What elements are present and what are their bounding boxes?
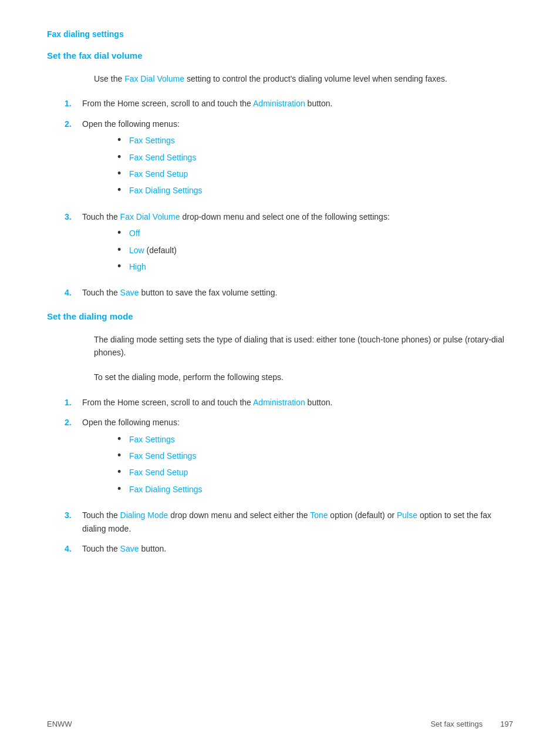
footer-right: Set fax settings 197: [430, 720, 513, 728]
step3-item: 3. Touch the Fax Dial Volume drop-down m…: [65, 210, 513, 280]
bullet-dot: •: [117, 433, 129, 446]
step1-text: From the Home screen, scroll to and touc…: [82, 97, 332, 110]
fax-dial-volume-link-2[interactable]: Fax Dial Volume: [120, 212, 180, 221]
administration-link-2[interactable]: Administration: [253, 398, 305, 407]
bullet-low: • Low (default): [117, 244, 390, 257]
bullet-fax-settings-1: • Fax Settings: [117, 134, 203, 147]
fax-settings-link-1[interactable]: Fax Settings: [129, 134, 175, 147]
bullet-dot: •: [117, 167, 129, 180]
bullet-high: • High: [117, 260, 390, 273]
footer-page-number: 197: [500, 720, 513, 728]
bullet-fax-send-settings-1: • Fax Send Settings: [117, 151, 203, 164]
s2-step1-num: 1.: [65, 396, 82, 409]
footer-label: Set fax settings: [430, 720, 483, 728]
s2-step4-item: 4. Touch the Save button.: [65, 542, 513, 555]
bullet-off: • Off: [117, 227, 390, 240]
tone-link[interactable]: Tone: [310, 510, 328, 520]
fax-dialing-settings-link-2[interactable]: Fax Dialing Settings: [129, 483, 203, 496]
step1-item: 1. From the Home screen, scroll to and t…: [65, 97, 513, 110]
bullet-dot: •: [117, 151, 129, 164]
off-link: Off: [129, 227, 140, 240]
bullet-fax-dialing-settings-1: • Fax Dialing Settings: [117, 184, 203, 197]
section-heading: Fax dialing settings: [47, 29, 513, 39]
bullet-dot: •: [117, 260, 129, 273]
fax-dial-volume-link[interactable]: Fax Dial Volume: [124, 74, 184, 83]
s2-bullet-fax-settings: • Fax Settings: [117, 433, 203, 446]
bullet-dot: •: [117, 466, 129, 479]
step4-text: Touch the Save button to save the fax vo…: [82, 286, 277, 299]
step3-num: 3.: [65, 210, 82, 223]
step2-text: Open the following menus: • Fax Settings…: [82, 117, 203, 203]
fax-send-setup-link-1[interactable]: Fax Send Setup: [129, 167, 188, 180]
bullet-dot: •: [117, 184, 129, 197]
s2-step4-text: Touch the Save button.: [82, 542, 166, 555]
step2-num: 2.: [65, 117, 82, 130]
fax-dial-volume-intro: Use the Fax Dial Volume setting to contr…: [94, 72, 513, 85]
step4-item: 4. Touch the Save button to save the fax…: [65, 286, 513, 299]
high-link: High: [129, 260, 146, 273]
bullet-fax-send-setup-1: • Fax Send Setup: [117, 167, 203, 180]
dialing-mode-intro1: The dialing mode setting sets the type o…: [94, 333, 513, 359]
bullet-dot: •: [117, 244, 129, 257]
fax-settings-link-2[interactable]: Fax Settings: [129, 433, 175, 446]
s2-step1-item: 1. From the Home screen, scroll to and t…: [65, 396, 513, 409]
pulse-link[interactable]: Pulse: [397, 510, 417, 520]
footer-left: ENWW: [47, 720, 72, 728]
step1-num: 1.: [65, 97, 82, 110]
bullet-dot: •: [117, 134, 129, 147]
fax-dial-volume-heading: Set the fax dial volume: [47, 51, 513, 61]
fax-send-settings-link-2[interactable]: Fax Send Settings: [129, 449, 196, 462]
bullet-dot: •: [117, 483, 129, 496]
fax-dialing-settings-link-1[interactable]: Fax Dialing Settings: [129, 184, 203, 197]
dialing-mode-heading: Set the dialing mode: [47, 311, 513, 321]
s2-step3-num: 3.: [65, 509, 82, 522]
intro-prefix: Use the: [94, 74, 124, 83]
s2-step3-item: 3. Touch the Dialing Mode drop down menu…: [65, 509, 513, 535]
dialing-mode-intro2: To set the dialing mode, perform the fol…: [94, 371, 513, 384]
s2-step2-num: 2.: [65, 416, 82, 429]
fax-send-settings-link-1[interactable]: Fax Send Settings: [129, 151, 196, 164]
bullet-dot: •: [117, 227, 129, 240]
s2-bullet-fax-send-setup: • Fax Send Setup: [117, 466, 203, 479]
intro-suffix: setting to control the product's dialing…: [184, 74, 447, 83]
page-footer: ENWW Set fax settings 197: [47, 720, 513, 728]
administration-link-1[interactable]: Administration: [253, 99, 305, 108]
s2-step3-text: Touch the Dialing Mode drop down menu an…: [82, 509, 513, 535]
dialing-mode-link[interactable]: Dialing Mode: [120, 510, 168, 520]
s2-step2-text: Open the following menus: • Fax Settings…: [82, 416, 203, 502]
step3-text: Touch the Fax Dial Volume drop-down menu…: [82, 210, 390, 280]
step4-num: 4.: [65, 286, 82, 299]
bullet-dot: •: [117, 449, 129, 462]
s2-bullet-fax-dialing-settings: • Fax Dialing Settings: [117, 483, 203, 496]
step2-item: 2. Open the following menus: • Fax Setti…: [65, 117, 513, 203]
s2-step4-num: 4.: [65, 542, 82, 555]
fax-send-setup-link-2[interactable]: Fax Send Setup: [129, 466, 188, 479]
save-link-1[interactable]: Save: [120, 288, 139, 297]
s2-bullet-fax-send-settings: • Fax Send Settings: [117, 449, 203, 462]
low-link: Low (default): [129, 244, 177, 257]
save-link-2[interactable]: Save: [120, 544, 139, 553]
s2-step1-text: From the Home screen, scroll to and touc…: [82, 396, 332, 409]
s2-step2-item: 2. Open the following menus: • Fax Setti…: [65, 416, 513, 502]
